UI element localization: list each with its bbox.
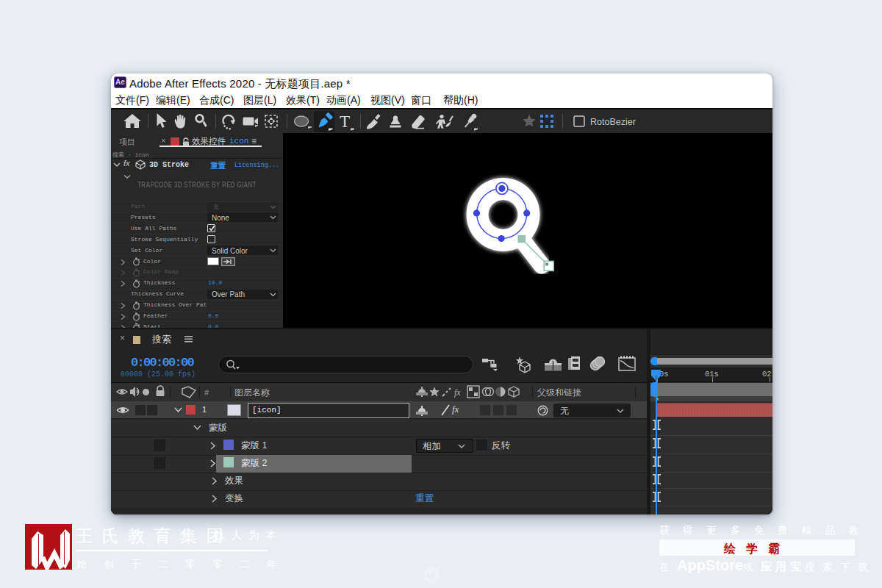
svg-text:T: T — [340, 112, 350, 131]
svg-text:图层名称: 图层名称 — [234, 387, 270, 398]
svg-text:RotoBezier: RotoBezier — [590, 117, 636, 127]
svg-text:#: # — [204, 388, 209, 397]
svg-text:UI: UI — [427, 571, 435, 580]
svg-text:·cn: ·cn — [442, 571, 453, 580]
svg-text:fx: fx — [454, 387, 461, 398]
svg-text:父级和链接: 父级和链接 — [537, 387, 581, 398]
